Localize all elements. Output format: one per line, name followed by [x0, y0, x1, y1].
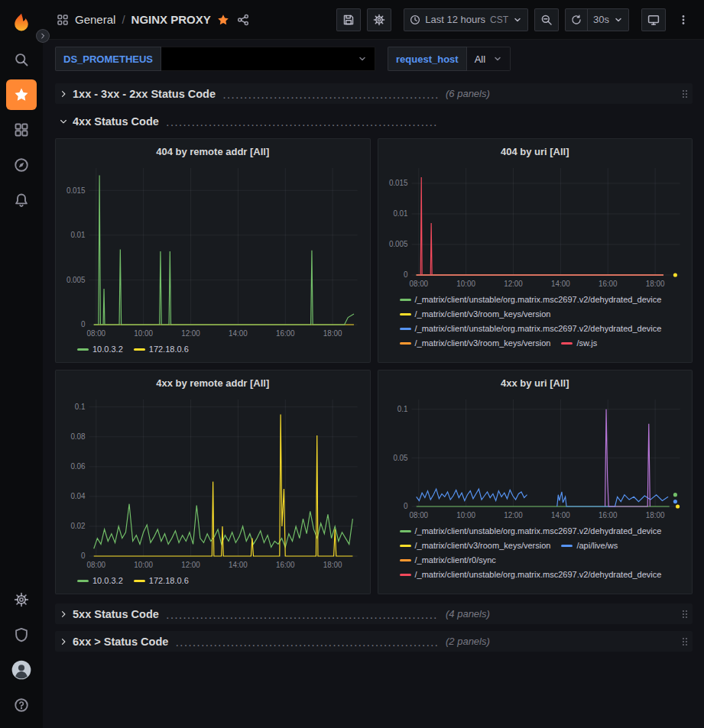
favorite-star-icon[interactable]: [217, 14, 229, 26]
row-header-5xx[interactable]: 5xx Status Code ........................…: [55, 603, 693, 624]
legend-label: 10.0.3.2: [92, 575, 123, 587]
svg-text:10:00: 10:00: [456, 280, 475, 288]
panel-title[interactable]: 4xx by remote addr [All]: [62, 374, 364, 393]
svg-text:0: 0: [404, 502, 408, 510]
legend-item[interactable]: /_matrix/client/v3/room_keys/version: [400, 309, 551, 320]
svg-text:0.06: 0.06: [70, 462, 86, 471]
cycle-view-mode-button[interactable]: [641, 8, 666, 31]
legend-item[interactable]: /_matrix/client/unstable/org.matrix.msc2…: [400, 294, 662, 306]
row-drag-handle[interactable]: [681, 636, 689, 647]
gear-icon: [373, 14, 385, 26]
legend-item[interactable]: /_matrix/client/unstable/org.matrix.msc2…: [400, 569, 662, 581]
panel-404-by-remote-addr: 404 by remote addr [All] 08:0010:0012:00…: [55, 138, 371, 363]
svg-text:08:00: 08:00: [409, 280, 428, 288]
topbar-actions: Last 12 hours CST 30s: [336, 8, 695, 31]
legend-item[interactable]: /_matrix/client/r0/sync: [400, 555, 496, 566]
row-title: 1xx - 3xx - 2xx Status Code: [73, 88, 216, 100]
row-header-1xx[interactable]: 1xx - 3xx - 2xx Status Code ............…: [55, 83, 693, 104]
time-zone-label: CST: [490, 15, 508, 25]
legend-item[interactable]: /api/live/ws: [561, 540, 618, 552]
legend-label: /_matrix/client/v3/room_keys/version: [415, 338, 551, 349]
panel-grid: 404 by remote addr [All] 08:0010:0012:00…: [55, 138, 693, 594]
breadcrumb-section[interactable]: General: [75, 13, 115, 26]
refresh-group: 30s: [565, 8, 629, 31]
refresh-interval-picker[interactable]: 30s: [587, 8, 629, 31]
variable-ds-prometheus: DS_PROMETHEUS: [55, 47, 375, 71]
row-header-4xx[interactable]: 4xx Status Code ........................…: [55, 111, 693, 131]
sidebar-item-help[interactable]: [6, 690, 37, 720]
user-avatar[interactable]: [6, 655, 37, 685]
variables-bar: DS_PROMETHEUS request_host All: [43, 40, 704, 76]
sidebar-item-starred[interactable]: [6, 79, 37, 110]
refresh-button[interactable]: [565, 8, 588, 31]
row-drag-handle[interactable]: [681, 609, 689, 620]
legend-swatch: [77, 348, 89, 351]
dashboard-scroll-area[interactable]: 1xx - 3xx - 2xx Status Code ............…: [43, 76, 704, 728]
legend-item[interactable]: /sw.js: [561, 338, 597, 349]
legend-item[interactable]: /_matrix/client/unstable/org.matrix.msc2…: [400, 526, 662, 537]
svg-text:0.05: 0.05: [393, 454, 408, 462]
timeseries-chart[interactable]: 08:0010:0012:0014:0016:0018:0000.0050.01…: [384, 162, 686, 292]
variable-ds-label[interactable]: DS_PROMETHEUS: [55, 47, 161, 71]
legend-item[interactable]: /_matrix/client/v3/room_keys/version: [400, 338, 551, 349]
variable-host-value: All: [475, 53, 485, 65]
leader-dots: ........................................…: [167, 115, 438, 128]
save-icon: [342, 14, 355, 26]
svg-text:0.01: 0.01: [70, 231, 86, 239]
row-title: 5xx Status Code: [73, 608, 159, 620]
legend-label: /_matrix/client/v3/room_keys/version: [415, 309, 551, 320]
svg-text:0.005: 0.005: [388, 240, 407, 248]
help-icon: [14, 697, 29, 713]
row-title-area: 6xx > Status Code ......................…: [73, 635, 438, 648]
dashboard-settings-button[interactable]: [367, 8, 391, 31]
variable-host-value-dropdown[interactable]: All: [467, 47, 511, 71]
zoom-out-icon: [540, 14, 553, 26]
topbar: General / NGINX PROXY: [43, 0, 704, 40]
panel-title[interactable]: 404 by remote addr [All]: [62, 142, 364, 162]
legend-label: 172.18.0.6: [149, 575, 189, 587]
panel-title[interactable]: 4xx by uri [All]: [384, 374, 686, 393]
row-header-6xx[interactable]: 6xx > Status Code ......................…: [55, 631, 693, 652]
compass-icon: [14, 157, 29, 173]
zoom-out-button[interactable]: [534, 8, 559, 31]
legend-label: /_matrix/client/unstable/org.matrix.msc2…: [415, 569, 662, 581]
legend-item[interactable]: /_matrix/client/unstable/org.matrix.msc2…: [400, 323, 662, 335]
legend-label: /_matrix/client/r0/sync: [415, 555, 496, 566]
sidebar-item-alerting[interactable]: [6, 185, 37, 215]
sidebar-item-configuration[interactable]: [6, 584, 37, 615]
timeseries-chart[interactable]: 08:0010:0012:0014:0016:0018:0000.050.1: [384, 393, 686, 523]
timeseries-chart[interactable]: 08:0010:0012:0014:0016:0018:0000.0050.01…: [62, 162, 364, 341]
grafana-logo[interactable]: [6, 6, 37, 40]
legend-label: /sw.js: [576, 338, 597, 349]
sidebar-expand-button[interactable]: [36, 29, 50, 43]
dashboards-grid-icon: [14, 122, 29, 138]
variable-request-host: request_host All: [388, 47, 511, 71]
legend-item[interactable]: 172.18.0.6: [134, 344, 189, 355]
svg-text:0.02: 0.02: [70, 522, 86, 530]
more-options-button[interactable]: [672, 8, 695, 31]
sidebar-item-dashboards[interactable]: [6, 115, 37, 145]
panel-title[interactable]: 404 by uri [All]: [384, 142, 686, 162]
variable-host-label[interactable]: request_host: [388, 47, 467, 71]
sidebar-item-search[interactable]: [6, 44, 37, 75]
share-icon[interactable]: [237, 14, 249, 26]
refresh-interval-label: 30s: [593, 14, 609, 25]
legend-item[interactable]: /_matrix/client/v3/room_keys/version: [400, 540, 551, 552]
panel-legend: 10.0.3.2172.18.0.6: [62, 573, 364, 589]
variable-ds-value-dropdown[interactable]: [161, 47, 375, 71]
save-dashboard-button[interactable]: [336, 8, 361, 31]
legend-item[interactable]: 10.0.3.2: [77, 575, 123, 587]
sidebar-item-explore[interactable]: [6, 150, 37, 180]
legend-item[interactable]: 172.18.0.6: [134, 575, 189, 587]
legend-label: /_matrix/client/v3/room_keys/version: [415, 540, 551, 552]
svg-text:16:00: 16:00: [598, 280, 617, 288]
row-drag-handle[interactable]: [681, 89, 689, 99]
time-range-picker[interactable]: Last 12 hours CST: [404, 8, 528, 31]
sidebar-item-server-admin[interactable]: [6, 620, 37, 650]
svg-text:12:00: 12:00: [504, 280, 523, 288]
legend-label: 172.18.0.6: [149, 344, 189, 355]
timeseries-chart[interactable]: 08:0010:0012:0014:0016:0018:0000.020.040…: [62, 393, 364, 573]
dashboard-title[interactable]: NGINX PROXY: [131, 13, 211, 26]
legend-item[interactable]: 10.0.3.2: [77, 344, 123, 355]
clock-icon: [410, 15, 420, 25]
